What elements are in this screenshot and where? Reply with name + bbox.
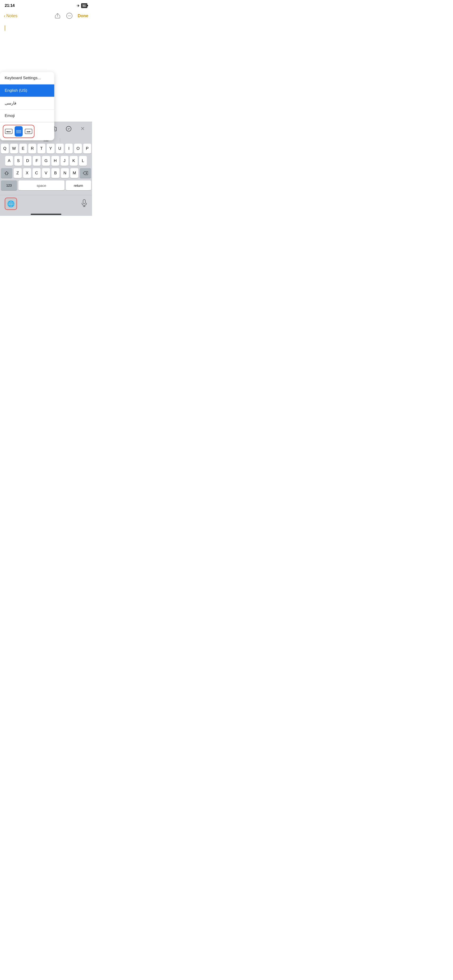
key-r[interactable]: R [28, 144, 36, 154]
svg-text:■■■: ■■■ [7, 130, 11, 133]
english-us-label: English (US) [5, 88, 27, 93]
key-b[interactable]: B [51, 168, 59, 178]
status-time: 21:14 [5, 3, 14, 8]
keyboard-center-button[interactable] [14, 126, 23, 137]
keyboard-center-icon [14, 129, 23, 134]
home-indicator [0, 212, 92, 216]
suggestion-divider-2 [60, 138, 60, 142]
keyboard-switcher-row: ◄ ■■■ [0, 122, 54, 140]
key-m[interactable]: M [70, 168, 78, 178]
more-button[interactable] [65, 12, 73, 20]
svg-point-3 [70, 16, 71, 16]
microphone-icon [81, 199, 87, 207]
svg-rect-28 [83, 199, 85, 204]
text-cursor [5, 25, 5, 31]
key-w[interactable]: W [10, 144, 18, 154]
key-u[interactable]: U [56, 144, 64, 154]
key-h[interactable]: H [51, 156, 59, 166]
lang-dropdown-panel: Keyboard Settings... English (US) فارسی … [0, 72, 54, 140]
keyboard-settings-item[interactable]: Keyboard Settings... [0, 72, 54, 84]
key-v[interactable]: V [42, 168, 50, 178]
toolbar-close-button[interactable]: ✕ [78, 124, 87, 133]
delete-icon [83, 171, 88, 175]
keyboard-right-icon: ► ■■■ [24, 129, 33, 134]
status-bar: 21:14 ✈ 51 [0, 0, 92, 10]
key-a[interactable]: A [5, 156, 13, 166]
svg-rect-19 [15, 129, 22, 134]
key-z[interactable]: Z [14, 168, 22, 178]
key-y[interactable]: Y [47, 144, 54, 154]
key-s[interactable]: S [14, 156, 22, 166]
key-return[interactable]: return [66, 180, 91, 190]
key-delete[interactable] [80, 168, 91, 178]
svg-point-1 [68, 16, 69, 16]
airplane-icon: ✈ [77, 3, 80, 8]
chevron-left-icon: ‹ [4, 13, 5, 19]
keyboard: I'm Q W E R T Y U I O P A S D [0, 135, 92, 195]
key-p[interactable]: P [83, 144, 91, 154]
keyboard-section: Keyboard Settings... English (US) فارسی … [0, 135, 92, 216]
globe-icon: 🌐 [7, 200, 14, 208]
key-g[interactable]: G [42, 156, 50, 166]
key-row-1: Q W E R T Y U I O P [1, 144, 91, 154]
key-shift[interactable] [1, 168, 12, 178]
english-us-item[interactable]: English (US) [0, 84, 54, 97]
keyboard-switcher-border: ◄ ■■■ [3, 125, 34, 138]
key-c[interactable]: C [33, 168, 41, 178]
key-d[interactable]: D [24, 156, 31, 166]
key-k[interactable]: K [70, 156, 78, 166]
keyboard-right-button[interactable]: ► ■■■ [24, 126, 33, 137]
key-o[interactable]: O [74, 144, 82, 154]
emoji-label: Emoji [5, 113, 15, 118]
nav-actions: Done [54, 12, 88, 20]
close-icon: ✕ [80, 126, 85, 132]
back-button[interactable]: ‹ Notes [4, 13, 18, 19]
key-space[interactable]: space [18, 180, 64, 190]
key-t[interactable]: T [38, 144, 45, 154]
share-button[interactable] [54, 12, 61, 19]
svg-point-2 [69, 16, 70, 16]
farsi-item[interactable]: فارسی [0, 97, 54, 110]
key-q[interactable]: Q [1, 144, 9, 154]
farsi-label: فارسی [5, 101, 16, 105]
bottom-bar: 🌐 [0, 195, 92, 212]
markup-icon [66, 126, 72, 132]
key-i[interactable]: I [65, 144, 73, 154]
microphone-button[interactable] [81, 199, 87, 208]
globe-button[interactable]: 🌐 [5, 198, 17, 210]
key-e[interactable]: E [19, 144, 27, 154]
share-icon [55, 13, 60, 18]
nav-bar: ‹ Notes Done [0, 10, 92, 23]
emoji-item[interactable]: Emoji [0, 110, 54, 122]
key-l[interactable]: L [79, 156, 87, 166]
back-label: Notes [6, 13, 18, 18]
key-row-4: 123 space return [1, 180, 91, 190]
key-numbers[interactable]: 123 [1, 180, 17, 190]
key-row-2: A S D F G H J K L [1, 156, 91, 166]
keyboard-left-icon: ◄ ■■■ [5, 129, 13, 134]
key-x[interactable]: X [23, 168, 31, 178]
key-row-3: Z X C V B N M [1, 168, 91, 178]
keyboard-left-button[interactable]: ◄ ■■■ [5, 126, 13, 137]
home-bar [31, 214, 61, 215]
done-button[interactable]: Done [78, 13, 88, 18]
shift-icon [4, 171, 9, 175]
battery-indicator: 51 [81, 3, 87, 8]
key-f[interactable]: F [33, 156, 41, 166]
markup-button[interactable] [64, 124, 74, 133]
svg-text:■■■: ■■■ [27, 130, 30, 133]
status-icons: ✈ 51 [77, 3, 87, 8]
key-j[interactable]: J [61, 156, 69, 166]
keyboard-rows: Q W E R T Y U I O P A S D F G H J K [0, 144, 92, 190]
more-icon [66, 13, 72, 19]
key-n[interactable]: N [61, 168, 69, 178]
keyboard-settings-label: Keyboard Settings... [5, 76, 41, 80]
